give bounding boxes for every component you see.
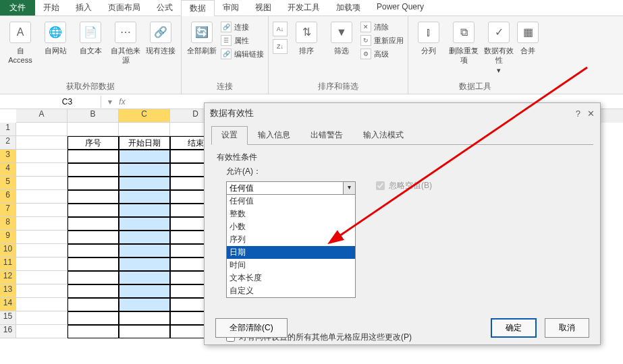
allow-option[interactable]: 日期	[227, 246, 355, 259]
cell[interactable]	[67, 204, 119, 217]
cell[interactable]	[16, 150, 67, 163]
cell[interactable]	[119, 217, 170, 231]
cell[interactable]: 序号	[67, 136, 119, 150]
tab-insert[interactable]: 插入	[67, 0, 100, 16]
cell[interactable]	[119, 123, 170, 136]
cell[interactable]	[67, 325, 119, 338]
data-validation-button[interactable]: ✓数据有效性▾	[483, 19, 515, 75]
allow-option[interactable]: 整数	[227, 208, 355, 220]
consolidate-button[interactable]: ▦合并	[518, 19, 538, 55]
col-b[interactable]: B	[67, 109, 119, 123]
sort-asc-icon[interactable]: A↓	[273, 22, 288, 36]
col-c[interactable]: C	[119, 109, 170, 123]
cell[interactable]	[67, 244, 119, 257]
cell[interactable]	[67, 163, 119, 177]
cell[interactable]	[119, 177, 170, 190]
row-13[interactable]: 13	[0, 284, 16, 298]
cell[interactable]	[119, 325, 170, 338]
row-16[interactable]: 16	[0, 325, 16, 338]
cell[interactable]	[67, 298, 119, 311]
cell[interactable]	[16, 163, 67, 177]
allow-option[interactable]: 自定义	[227, 284, 355, 297]
tab-home[interactable]: 开始	[35, 0, 67, 16]
cell[interactable]: 开始日期	[119, 136, 170, 150]
cell[interactable]	[16, 271, 67, 284]
cell[interactable]	[16, 190, 67, 204]
row-2[interactable]: 2	[0, 136, 16, 150]
cell[interactable]	[119, 244, 170, 257]
filter-button[interactable]: ▼筛选	[325, 19, 358, 55]
cell[interactable]	[119, 204, 170, 217]
row-12[interactable]: 12	[0, 271, 16, 284]
cancel-button[interactable]: 取消	[545, 318, 589, 338]
cell[interactable]	[119, 257, 170, 271]
cell[interactable]	[16, 257, 67, 271]
cell[interactable]	[119, 190, 170, 204]
cell[interactable]	[67, 190, 119, 204]
text-to-columns-button[interactable]: ⫿分列	[412, 19, 445, 55]
tab-ime-mode[interactable]: 输入法模式	[353, 126, 414, 144]
name-box[interactable]: C3	[34, 96, 101, 108]
tab-powerquery[interactable]: Power Query	[369, 0, 432, 16]
from-other-button[interactable]: ⋯自其他来源	[109, 19, 142, 65]
row-11[interactable]: 11	[0, 257, 16, 271]
cell[interactable]	[119, 311, 170, 325]
allow-option[interactable]: 时间	[227, 259, 355, 272]
row-5[interactable]: 5	[0, 177, 16, 190]
allow-listbox[interactable]: 任何值整数小数序列日期时间文本长度自定义	[226, 194, 356, 298]
cells-area[interactable]: 序号开始日期结束	[16, 123, 221, 338]
properties-button[interactable]: ☰属性	[221, 35, 264, 46]
from-web-button[interactable]: 🌐自网站	[39, 19, 72, 55]
row-7[interactable]: 7	[0, 204, 16, 217]
cell[interactable]	[16, 298, 67, 311]
tab-settings[interactable]: 设置	[211, 126, 248, 145]
cell[interactable]	[16, 325, 67, 338]
cell[interactable]	[16, 204, 67, 217]
allow-option[interactable]: 小数	[227, 220, 355, 233]
cell[interactable]	[67, 284, 119, 298]
cell[interactable]	[67, 271, 119, 284]
row-3[interactable]: 3	[0, 150, 16, 163]
tab-view[interactable]: 视图	[247, 0, 279, 16]
allow-option[interactable]: 文本长度	[227, 272, 355, 284]
clear-all-button[interactable]: 全部清除(C)	[215, 318, 288, 338]
allow-input[interactable]	[226, 181, 344, 195]
edit-links-button[interactable]: 🔗编辑链接	[221, 49, 264, 59]
row-8[interactable]: 8	[0, 217, 16, 231]
connections-button[interactable]: 🔗连接	[221, 22, 264, 32]
tab-error-alert[interactable]: 出错警告	[300, 126, 353, 144]
sort-button[interactable]: ⇅排序	[290, 19, 323, 55]
row-1[interactable]: 1	[0, 123, 16, 136]
cell[interactable]	[16, 217, 67, 231]
row-9[interactable]: 9	[0, 231, 16, 244]
row-15[interactable]: 15	[0, 311, 16, 325]
from-text-button[interactable]: 📄自文本	[74, 19, 107, 55]
cell[interactable]	[67, 257, 119, 271]
tab-input-message[interactable]: 输入信息	[248, 126, 300, 144]
cell[interactable]	[119, 284, 170, 298]
allow-option[interactable]: 任何值	[227, 195, 355, 208]
cell[interactable]	[67, 231, 119, 244]
from-access-button[interactable]: A自 Access	[4, 19, 36, 65]
tab-addin[interactable]: 加载项	[328, 0, 369, 16]
cell[interactable]	[119, 298, 170, 311]
tab-data[interactable]: 数据	[181, 0, 215, 16]
col-a[interactable]: A	[16, 109, 67, 123]
reapply-button[interactable]: ↻重新应用	[360, 35, 404, 46]
cell[interactable]	[119, 271, 170, 284]
cell[interactable]	[16, 177, 67, 190]
help-icon[interactable]: ?	[576, 109, 580, 119]
tab-dev[interactable]: 开发工具	[279, 0, 328, 16]
close-icon[interactable]: ✕	[587, 109, 595, 119]
cell[interactable]	[67, 123, 119, 136]
sort-desc-icon[interactable]: Z↓	[273, 39, 288, 54]
cell[interactable]	[16, 284, 67, 298]
cell[interactable]	[119, 163, 170, 177]
remove-duplicates-button[interactable]: ⧉删除重复项	[448, 19, 480, 65]
row-6[interactable]: 6	[0, 190, 16, 204]
fx-icon[interactable]: fx	[117, 97, 127, 107]
cell[interactable]	[16, 311, 67, 325]
dropdown-icon[interactable]: ▾	[105, 97, 115, 107]
cell[interactable]	[67, 217, 119, 231]
cell[interactable]	[16, 123, 67, 136]
